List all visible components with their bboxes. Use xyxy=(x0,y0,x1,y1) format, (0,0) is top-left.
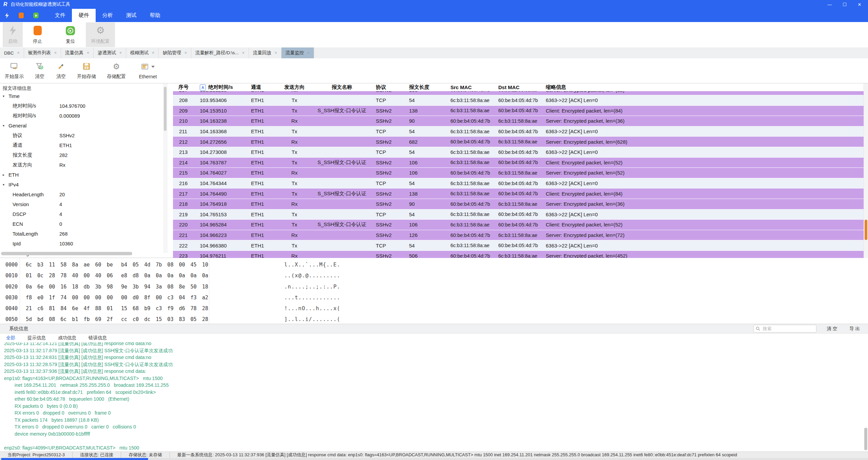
col-header-info[interactable]: 缩略信息 xyxy=(546,84,864,91)
col-header-name[interactable]: 报文名称 xyxy=(308,84,376,91)
detail-tree-item[interactable]: ▾ IPv4 xyxy=(0,180,168,189)
tab-close-icon[interactable]: × xyxy=(119,51,122,55)
detail-tree-item[interactable]: ECN 0 xyxy=(0,219,168,229)
document-tab[interactable]: 流量解析_路径/D:\s... × xyxy=(191,47,249,58)
detail-tree-item[interactable]: HeaderLength 20 xyxy=(0,189,168,199)
document-tab[interactable]: 模糊测试 × xyxy=(126,47,159,58)
detail-tree-item[interactable]: 报文长度 282 xyxy=(0,150,168,160)
tab-close-icon[interactable]: × xyxy=(152,51,154,55)
menu-item[interactable]: 测试 xyxy=(119,9,143,22)
detail-tree-item[interactable]: ▾ Time xyxy=(0,91,168,101)
close-icon[interactable]: ✕ xyxy=(857,2,862,7)
packet-row[interactable]: 222 104.966380 ETH1 Tx TCP 54 6c:b3:11:5… xyxy=(173,240,864,251)
maximize-icon[interactable]: ☐ xyxy=(842,2,847,7)
log-filter-tab[interactable]: 全部 xyxy=(6,335,15,341)
document-tab[interactable]: 流量监控 × xyxy=(282,47,314,58)
col-header-direction[interactable]: 发送方向 xyxy=(281,84,308,91)
packet-row[interactable]: 220 104.965284 ETH1 Tx S_SSH报文-口令认证 SSHv… xyxy=(173,220,864,230)
packet-row[interactable]: 209 104.153510 ETH1 Tx S_SSH报文-口令认证 SSHv… xyxy=(173,106,864,116)
packet-row[interactable]: 217 104.764490 ETH1 Tx S_SSH报文-口令认证 SSHv… xyxy=(173,188,864,199)
detail-vertical-scrollbar[interactable] xyxy=(163,83,168,253)
tab-close-icon[interactable]: × xyxy=(185,51,187,55)
search-input[interactable] xyxy=(762,326,807,332)
tab-close-icon[interactable]: × xyxy=(87,51,89,55)
export-log-button[interactable]: 导 出 xyxy=(847,325,862,332)
log-scrollbar-thumb[interactable] xyxy=(864,428,867,450)
packet-row[interactable]: 215 104.764027 ETH1 Rx SSHv2 106 60:be:b… xyxy=(173,168,864,178)
packet-row[interactable]: 214 104.763787 ETH1 Tx S_SSH报文-口令认证 SSHv… xyxy=(173,158,864,168)
stop-button[interactable]: 停止 xyxy=(27,22,47,47)
scrollbar-thumb[interactable] xyxy=(865,220,867,240)
store-config-button[interactable]: ⚙ 存储配置 xyxy=(102,58,131,83)
start-store-button[interactable]: 开始存储 xyxy=(71,58,102,83)
menu-item[interactable]: 分析 xyxy=(96,9,119,22)
col-header-no[interactable]: 序号 xyxy=(173,84,200,91)
log-filter-tab[interactable]: 成功信息 xyxy=(58,335,76,341)
packet-row[interactable]: 213 104.273008 ETH1 Tx TCP 54 6c:b3:11:5… xyxy=(173,147,864,158)
log-filter-tab[interactable]: 提示信息 xyxy=(27,335,46,341)
tree-arrow-icon[interactable]: ▾ xyxy=(3,94,8,98)
tab-close-icon[interactable]: × xyxy=(242,51,245,55)
tab-close-icon[interactable]: × xyxy=(275,51,277,55)
tab-close-icon[interactable]: × xyxy=(54,51,57,55)
document-tab[interactable]: 流量仿真 × xyxy=(61,47,94,58)
packet-row[interactable]: 216 104.764344 ETH1 Tx TCP 54 6c:b3:11:5… xyxy=(173,178,864,189)
tree-arrow-icon[interactable]: ▾ xyxy=(3,124,8,127)
packet-row[interactable]: 212 104.272656 ETH1 Rx SSHv2 682 60:be:b… xyxy=(173,137,864,147)
document-tab[interactable]: 流量回放 × xyxy=(249,47,282,58)
tree-arrow-icon[interactable]: ▾ xyxy=(3,183,8,186)
col-header-channel[interactable]: 通道 xyxy=(251,84,281,91)
detail-tree-item[interactable]: ▾ General xyxy=(0,121,168,131)
scrollbar-thumb[interactable] xyxy=(1,458,148,460)
start-display-button[interactable]: 开始显示 xyxy=(0,58,28,83)
document-tab[interactable]: 被测件列表 × xyxy=(24,47,61,58)
minimize-icon[interactable]: — xyxy=(827,2,832,7)
col-header-src-mac[interactable]: Src MAC xyxy=(450,84,498,90)
interface-selector[interactable]: Ethernet xyxy=(131,58,165,83)
scrollbar-thumb[interactable] xyxy=(164,87,167,131)
detail-tree-item[interactable]: IpId 10360 xyxy=(0,239,168,248)
detail-tree-item[interactable]: 通道 ETH1 xyxy=(0,140,168,150)
detail-tree-item[interactable]: 绝对时间/s 104.976700 xyxy=(0,101,168,111)
packet-row[interactable]: 211 104.163368 ETH1 Tx TCP 54 6c:b3:11:5… xyxy=(173,126,864,137)
detail-tree-item[interactable]: TotalLength 268 xyxy=(0,229,168,239)
bottom-scrollbar[interactable] xyxy=(0,458,868,460)
detail-tree-item[interactable]: 相对时间/s 0.000089 xyxy=(0,111,168,121)
detail-tree-item[interactable]: DSCP 4 xyxy=(0,209,168,219)
packet-row[interactable]: 221 104.966223 ETH1 Rx SSHv2 126 60:be:b… xyxy=(173,230,864,241)
start-button[interactable]: 启动 xyxy=(3,22,23,47)
reset-button[interactable]: 复位 xyxy=(60,22,80,47)
log-filter-tab[interactable]: 错误信息 xyxy=(89,335,107,341)
clear-log-button[interactable]: 清 空 xyxy=(825,325,839,332)
tab-close-icon[interactable]: × xyxy=(17,51,20,55)
table-vertical-scrollbar[interactable] xyxy=(864,83,868,258)
packet-row[interactable]: 218 104.764918 ETH1 Rx SSHv2 90 60:be:b4… xyxy=(173,199,864,209)
packet-row[interactable]: 223 104.976211 ETH1 Rx SSHv2 506 60:be:b… xyxy=(173,251,864,258)
menu-item[interactable]: 硬件 xyxy=(72,9,96,22)
packet-row[interactable]: 210 104.163238 ETH1 Rx SSHv2 90 60:be:b4… xyxy=(173,116,864,126)
env-config-button[interactable]: ⚙ 环境配置 xyxy=(86,22,115,47)
detail-tree-item[interactable]: 协议 SSHv2 xyxy=(0,131,168,140)
tree-arrow-icon[interactable]: ▸ xyxy=(3,173,8,177)
detail-tree-item[interactable]: ▸ ETH xyxy=(0,170,168,180)
tab-close-icon[interactable]: × xyxy=(307,51,310,55)
filter-button[interactable]: 清空 xyxy=(28,58,51,83)
col-header-protocol[interactable]: 协议 xyxy=(376,84,409,91)
packet-row[interactable]: 208 103.953406 ETH1 Tx TCP 54 6c:b3:11:5… xyxy=(173,95,864,106)
menu-item[interactable]: 文件 xyxy=(48,9,72,22)
col-header-dst-mac[interactable]: Dst MAC xyxy=(498,84,546,90)
packet-row[interactable]: 219 104.765153 ETH1 Tx TCP 54 6c:b3:11:5… xyxy=(173,209,864,220)
document-tab[interactable]: 渗透测试 × xyxy=(94,47,126,58)
menu-item[interactable]: 帮助 xyxy=(143,9,167,22)
document-tab[interactable]: 缺陷管理 × xyxy=(159,47,191,58)
col-header-length[interactable]: 报文长度 xyxy=(409,84,450,91)
clear-button[interactable]: 清空 xyxy=(51,58,71,83)
detail-horizontal-scrollbar[interactable] xyxy=(1,252,132,255)
document-tab[interactable]: DBC × xyxy=(0,47,24,58)
detail-tree-item[interactable]: 发送方向 Rx xyxy=(0,160,168,170)
stop-icon[interactable] xyxy=(19,13,23,18)
log-search-box[interactable] xyxy=(753,325,816,333)
col-header-time[interactable]: A 绝对时间/s xyxy=(200,84,251,91)
reset-icon[interactable] xyxy=(33,13,39,18)
detail-tree-item[interactable]: Version 4 xyxy=(0,199,168,209)
